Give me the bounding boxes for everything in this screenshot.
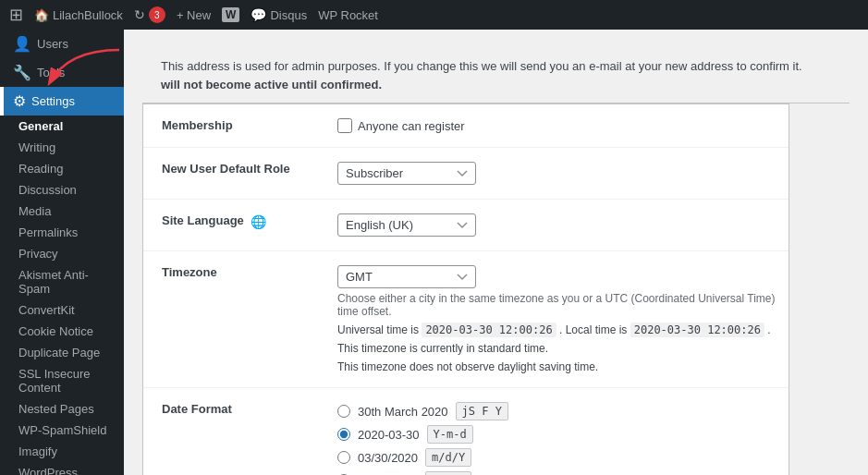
membership-checkbox[interactable]	[337, 118, 352, 133]
date-format-code-3: d/m/Y	[425, 471, 471, 475]
tools-icon: 🔧	[13, 64, 31, 81]
timezone-hint: Choose either a city in the same timezon…	[337, 292, 779, 318]
users-icon: 👤	[13, 35, 31, 53]
local-time: 2020-03-30 12:00:26	[630, 323, 764, 337]
sidebar-item-label: Settings	[31, 94, 75, 108]
date-format-value-2: 03/30/2020	[358, 451, 418, 465]
membership-checkbox-label[interactable]: Anyone can register	[337, 118, 779, 133]
disqus-link[interactable]: 💬 Disqus	[251, 7, 307, 22]
admin-bar: ⊞ 🏠 LilachBullock ↻ 3 + New W 💬 Disqus W…	[0, 0, 868, 30]
site-language-label: Site Language 🌐	[143, 200, 328, 251]
main-content: This address is used for admin purposes.…	[124, 30, 868, 475]
date-format-option-2: 03/30/2020 m/d/Y	[337, 448, 779, 467]
sidebar: 👤 Users 🔧 Tools ⚙ Settings General Writi…	[0, 30, 124, 475]
membership-field: Anyone can register	[328, 104, 789, 148]
new-label: + New	[177, 8, 211, 22]
date-format-field: 30th March 2020 jS F Y 2020-03-30 Y-m-d …	[328, 388, 789, 476]
disqus-label: Disqus	[270, 8, 307, 22]
date-format-option-3: 30/03/2020 d/m/Y	[337, 471, 779, 475]
admin-notice: This address is used for admin purposes.…	[142, 48, 850, 104]
date-format-option-0: 30th March 2020 jS F Y	[337, 402, 779, 420]
sidebar-submenu-wp-spamshield[interactable]: WP-SpamShield	[0, 420, 124, 441]
sidebar-submenu-media[interactable]: Media	[0, 201, 124, 222]
universal-prefix: Universal time is	[337, 323, 419, 336]
language-icon: 🌐	[251, 214, 266, 229]
sidebar-submenu-discussion[interactable]: Discussion	[0, 179, 124, 201]
local-prefix: . Local time is	[559, 323, 627, 336]
wp-rocket-link[interactable]: WP Rocket	[318, 8, 378, 22]
date-format-radio-0[interactable]	[337, 405, 350, 418]
site-language-select[interactable]: English (UK) English (US) Français Deuts…	[337, 213, 476, 237]
new-content-button[interactable]: + New	[177, 8, 211, 22]
site-language-field: English (UK) English (US) Français Deuts…	[328, 200, 789, 251]
date-format-code-2: m/d/Y	[425, 448, 471, 467]
rocket-label: WP Rocket	[318, 8, 378, 22]
sidebar-submenu-general[interactable]: General	[0, 116, 124, 137]
site-name-link[interactable]: 🏠 LilachBullock	[34, 8, 123, 22]
membership-row: Membership Anyone can register	[143, 104, 789, 148]
date-format-code-0: jS F Y	[456, 402, 508, 420]
date-format-value-1: 2020-03-30	[358, 428, 420, 442]
date-format-option-1: 2020-03-30 Y-m-d	[337, 425, 779, 444]
sidebar-submenu-nested-pages[interactable]: Nested Pages	[0, 398, 124, 420]
sidebar-submenu-reading[interactable]: Reading	[0, 158, 124, 179]
settings-form: Membership Anyone can register New User …	[142, 104, 789, 475]
notice-text-1: This address is used for admin purposes.…	[161, 59, 802, 73]
date-format-label: Date Format	[143, 388, 328, 476]
sidebar-submenu-wp-popular-posts[interactable]: WordPress Popular Posts	[0, 462, 124, 475]
sidebar-submenu-convertkit[interactable]: ConvertKit	[0, 299, 124, 321]
w-logo[interactable]: W	[222, 7, 239, 22]
new-user-role-label: New User Default Role	[143, 148, 328, 200]
update-count: 3	[149, 6, 165, 23]
universal-time: 2020-03-30 12:00:26	[422, 323, 556, 337]
sidebar-submenu-akismet[interactable]: Akismet Anti-Spam	[0, 264, 124, 299]
site-name: LilachBullock	[53, 8, 123, 22]
sidebar-submenu-duplicate-page[interactable]: Duplicate Page	[0, 342, 124, 363]
local-suffix: .	[767, 323, 770, 336]
timezone-select[interactable]: GMT UTC America/New_York Europe/London A…	[337, 265, 476, 288]
date-format-code-1: Y-m-d	[427, 425, 473, 444]
sidebar-item-users[interactable]: 👤 Users	[0, 30, 124, 58]
sidebar-submenu-writing[interactable]: Writing	[0, 137, 124, 158]
date-format-row: Date Format 30th March 2020 jS F Y 2020-…	[143, 388, 789, 476]
sidebar-submenu-permalinks[interactable]: Permalinks	[0, 222, 124, 243]
sidebar-item-tools[interactable]: 🔧 Tools	[0, 58, 124, 87]
date-format-radio-1[interactable]	[337, 428, 350, 441]
sidebar-submenu-imagify[interactable]: Imagify	[0, 441, 124, 462]
sidebar-submenu-cookie-notice[interactable]: Cookie Notice	[0, 321, 124, 342]
membership-checkbox-text: Anyone can register	[358, 119, 465, 133]
date-format-value-0: 30th March 2020	[358, 405, 448, 419]
sidebar-item-label: Users	[37, 37, 68, 51]
notice-text-2: will not become active until confirmed.	[161, 78, 382, 91]
new-user-role-select[interactable]: Subscriber Contributor Author Editor Adm…	[337, 162, 476, 185]
timezone-note1: This timezone is currently in standard t…	[337, 342, 779, 355]
sidebar-submenu-privacy[interactable]: Privacy	[0, 243, 124, 264]
updates-link[interactable]: ↻ 3	[134, 6, 165, 23]
timezone-label: Timezone	[143, 251, 328, 388]
sidebar-item-settings[interactable]: ⚙ Settings	[0, 87, 124, 116]
form-table: Membership Anyone can register New User …	[143, 104, 789, 475]
timezone-time-info: Universal time is 2020-03-30 12:00:26 . …	[337, 323, 779, 336]
new-user-role-field: Subscriber Contributor Author Editor Adm…	[328, 148, 789, 200]
sidebar-item-label: Tools	[37, 66, 65, 79]
timezone-field: GMT UTC America/New_York Europe/London A…	[328, 251, 789, 388]
date-format-radio-2[interactable]	[337, 451, 350, 464]
site-language-row: Site Language 🌐 English (UK) English (US…	[143, 200, 789, 251]
wp-layout: 👤 Users 🔧 Tools ⚙ Settings General Writi…	[0, 30, 868, 475]
sidebar-submenu-ssl[interactable]: SSL Insecure Content	[0, 363, 124, 398]
timezone-row: Timezone GMT UTC America/New_York Europe…	[143, 251, 789, 388]
timezone-note2: This timezone does not observe daylight …	[337, 360, 779, 373]
membership-label: Membership	[143, 104, 328, 148]
wp-logo[interactable]: ⊞	[9, 5, 23, 25]
settings-icon: ⚙	[13, 92, 26, 110]
new-user-role-row: New User Default Role Subscriber Contrib…	[143, 148, 789, 200]
